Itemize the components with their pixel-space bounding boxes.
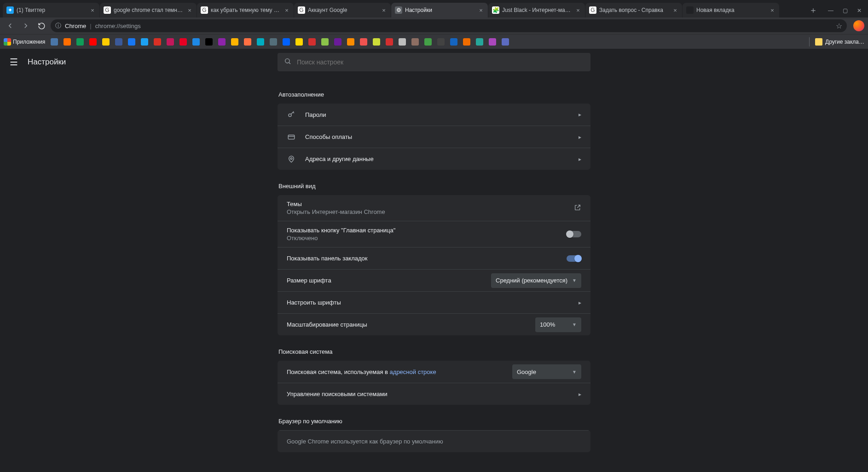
settings-search-input[interactable]: [297, 58, 584, 66]
bookmark-item[interactable]: [450, 38, 457, 46]
bookmark-item[interactable]: [257, 38, 264, 46]
search-engine-select[interactable]: Google ▼: [512, 364, 581, 379]
bookmark-item[interactable]: [373, 38, 380, 46]
bookmark-star-icon[interactable]: ☆: [836, 22, 842, 30]
bookmark-item[interactable]: [270, 38, 277, 46]
tab[interactable]: ⚙Настройки×: [391, 3, 488, 17]
new-tab-button[interactable]: ＋: [807, 4, 820, 17]
minimize-button[interactable]: —: [828, 7, 833, 14]
payment-row[interactable]: Способы оплаты ▸: [278, 126, 590, 148]
apps-shortcut[interactable]: Приложения: [4, 38, 45, 46]
bookmark-item[interactable]: [205, 38, 213, 46]
bookmark-item[interactable]: [102, 38, 110, 46]
tab[interactable]: GЗадать вопрос - Справка×: [585, 3, 682, 17]
window-controls: — ▢ ✕: [820, 7, 868, 17]
bookmark-item[interactable]: [64, 38, 71, 46]
zoom-select[interactable]: 100% ▼: [535, 317, 581, 332]
site-info-icon[interactable]: ⓘ: [55, 22, 61, 30]
toolbar: ⓘ Chrome | chrome://settings ☆: [0, 17, 868, 34]
tab-close-icon[interactable]: ×: [672, 7, 678, 13]
tab-close-icon[interactable]: ×: [284, 7, 290, 13]
fontsize-select[interactable]: Средний (рекомендуется) ▼: [491, 273, 581, 288]
settings-content: Автозаполнение Пароли ▸ Способы оплаты ▸: [0, 75, 868, 472]
bookmark-item[interactable]: [179, 38, 187, 46]
search-engine-row: Поисковая система, используемая в адресн…: [278, 361, 590, 383]
tab-close-icon[interactable]: ×: [381, 7, 387, 13]
tab[interactable]: ✦(1) Твиттер×: [3, 3, 99, 17]
manage-search-row[interactable]: Управление поисковыми системами ▸: [278, 383, 590, 405]
bookmark-item[interactable]: [360, 38, 367, 46]
bookmark-item[interactable]: [295, 38, 303, 46]
fonts-row[interactable]: Настроить шрифты ▸: [278, 291, 590, 313]
bookmark-item[interactable]: [424, 38, 432, 46]
bookmark-item[interactable]: [231, 38, 238, 46]
bookmark-item[interactable]: [167, 38, 174, 46]
section-appearance-title: Внешний вид: [278, 183, 590, 190]
homebutton-toggle[interactable]: [567, 231, 581, 237]
caret-down-icon: ▼: [572, 278, 577, 283]
maximize-button[interactable]: ▢: [843, 7, 848, 14]
bookmark-item[interactable]: [141, 38, 148, 46]
location-icon: [287, 155, 296, 163]
tab-close-icon[interactable]: ×: [769, 7, 775, 13]
tab-title: Just Black - Интернет-мага…: [502, 7, 572, 13]
forward-button[interactable]: [19, 19, 32, 32]
bookmark-item[interactable]: [334, 38, 341, 46]
bookmark-item[interactable]: [437, 38, 445, 46]
profile-avatar[interactable]: [853, 20, 864, 31]
settings-search[interactable]: [278, 53, 590, 71]
bookmark-item[interactable]: [321, 38, 329, 46]
themes-row[interactable]: Темы Открыть Интернет-магазин Chrome: [278, 195, 590, 221]
tab-favicon: G: [104, 6, 111, 14]
tab-close-icon[interactable]: ×: [89, 7, 96, 13]
folder-icon: [815, 38, 822, 46]
tab-close-icon[interactable]: ×: [186, 7, 193, 13]
tab[interactable]: GАккаунт Google×: [294, 3, 391, 17]
tab[interactable]: Новая вкладка×: [683, 3, 779, 17]
svg-point-0: [285, 59, 289, 63]
bookmark-item[interactable]: [283, 38, 290, 46]
bookmark-item[interactable]: [386, 38, 393, 46]
section-autofill-title: Автозаполнение: [278, 91, 590, 98]
tab-close-icon[interactable]: ×: [478, 7, 484, 13]
tab[interactable]: Gкак убрать темную тему c…×: [197, 3, 294, 17]
tab[interactable]: Ggoogle chrome стал темн…×: [100, 3, 197, 17]
tab[interactable]: 🧩Just Black - Интернет-мага…×: [488, 3, 585, 17]
bookmark-item[interactable]: [89, 38, 97, 46]
bookmark-item[interactable]: [347, 38, 354, 46]
passwords-row[interactable]: Пароли ▸: [278, 104, 590, 126]
bookmarksbar-toggle[interactable]: [567, 255, 581, 262]
close-window-button[interactable]: ✕: [857, 7, 862, 14]
bookmark-item[interactable]: [76, 38, 84, 46]
tab-close-icon[interactable]: ×: [575, 7, 581, 13]
bookmark-item[interactable]: [244, 38, 251, 46]
address-bar[interactable]: ⓘ Chrome | chrome://settings ☆: [51, 19, 847, 32]
bookmark-item[interactable]: [218, 38, 226, 46]
bookmark-item[interactable]: [128, 38, 135, 46]
menu-icon[interactable]: ☰: [8, 57, 19, 68]
reload-button[interactable]: [35, 19, 48, 32]
tab-favicon: 🧩: [492, 6, 499, 14]
caret-down-icon: ▼: [572, 369, 577, 374]
chevron-right-icon: ▸: [579, 111, 581, 118]
bookmark-item[interactable]: [476, 38, 483, 46]
bookmark-item[interactable]: [399, 38, 406, 46]
bookmark-item[interactable]: [192, 38, 200, 46]
bookmark-item[interactable]: [411, 38, 419, 46]
bookmark-item[interactable]: [489, 38, 496, 46]
other-bookmarks[interactable]: Другие закла…: [815, 38, 864, 46]
bookmark-item[interactable]: [308, 38, 316, 46]
search-icon: [284, 58, 291, 67]
tab-favicon: G: [298, 6, 305, 14]
tab-title: Аккаунт Google: [308, 7, 378, 13]
address-bar-link[interactable]: адресной строке: [390, 368, 436, 375]
bookmark-item[interactable]: [154, 38, 161, 46]
tab-title: google chrome стал темн…: [114, 7, 184, 13]
back-button[interactable]: [4, 19, 17, 32]
bookmark-item[interactable]: [502, 38, 509, 46]
bookmark-item[interactable]: [463, 38, 470, 46]
addresses-row[interactable]: Адреса и другие данные ▸: [278, 148, 590, 170]
bookmark-item[interactable]: [115, 38, 122, 46]
bookmark-item[interactable]: [51, 38, 58, 46]
omnibox-origin: Chrome: [65, 23, 86, 29]
